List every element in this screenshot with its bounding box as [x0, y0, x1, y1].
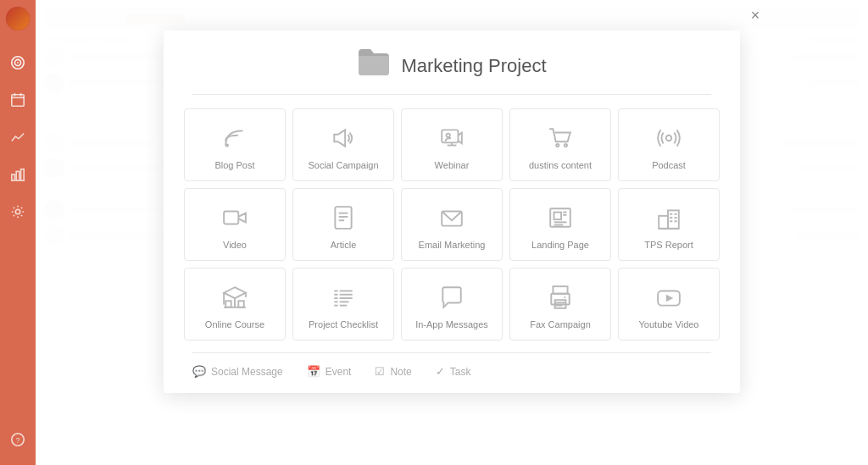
settings-icon[interactable] [6, 200, 30, 224]
svg-rect-34 [668, 210, 679, 228]
grid-item-podcast[interactable]: Podcast [618, 108, 720, 181]
grid-item-webinar[interactable]: Webinar [401, 108, 503, 181]
checklist-icon [328, 282, 359, 313]
modal-header: Marketing Project [164, 30, 740, 94]
grid-item-social-campaign[interactable]: Social Campaign [292, 108, 394, 181]
svg-marker-66 [666, 295, 674, 302]
grid-item-video[interactable]: Video [184, 188, 286, 261]
email-icon [437, 202, 467, 233]
svg-rect-22 [335, 207, 351, 229]
social-campaign-label: Social Campaign [308, 160, 378, 170]
landing-page-label: Landing Page [531, 240, 589, 250]
help-icon[interactable]: ? [6, 428, 30, 451]
grid-item-tps-report[interactable]: TPS Report [618, 188, 720, 261]
svg-rect-9 [21, 169, 25, 181]
project-checklist-label: Project Checklist [309, 319, 378, 329]
blog-post-label: Blog Post [214, 160, 254, 170]
check-icon: ✓ [436, 365, 445, 378]
grid-item-online-course[interactable]: Online Course [184, 268, 286, 340]
document-icon [328, 202, 359, 233]
svg-rect-28 [554, 213, 562, 220]
svg-marker-42 [224, 287, 246, 298]
analytics-icon[interactable] [6, 125, 30, 149]
newspaper-icon [545, 202, 576, 233]
institution-icon [220, 282, 250, 313]
svg-point-19 [565, 144, 567, 147]
grid-item-project-checklist[interactable]: Project Checklist [292, 268, 394, 340]
svg-point-64 [564, 296, 565, 298]
article-label: Article [331, 240, 357, 250]
calendar-icon[interactable] [6, 88, 30, 112]
main-content: × Marketing Project [36, 0, 868, 465]
grid-item-email-marketing[interactable]: Email Marketing [401, 188, 503, 261]
svg-point-17 [447, 134, 450, 137]
event-icon: 📅 [307, 365, 320, 378]
podcast-label: Podcast [652, 160, 686, 170]
fax-campaign-label: Fax Campaign [530, 319, 591, 329]
webinar-label: Webinar [435, 160, 470, 170]
chat-icon [437, 282, 467, 313]
svg-rect-47 [238, 301, 243, 307]
chart-icon[interactable] [6, 163, 30, 186]
grid-item-dustins-content[interactable]: dustins content [509, 108, 611, 181]
tab-note[interactable]: ☑ Note [375, 363, 411, 379]
modal-divider [192, 94, 711, 95]
grid-item-landing-page[interactable]: Landing Page [509, 188, 611, 261]
svg-rect-21 [224, 212, 238, 224]
svg-rect-59 [553, 286, 567, 294]
online-course-label: Online Course [205, 319, 264, 329]
megaphone-icon [328, 123, 359, 153]
svg-point-20 [666, 136, 671, 141]
close-button[interactable]: × [743, 3, 767, 27]
youtube-icon [654, 282, 684, 313]
cart-icon [545, 123, 576, 153]
grid-item-article[interactable]: Article [292, 188, 394, 261]
svg-rect-3 [12, 95, 24, 107]
svg-rect-33 [659, 216, 668, 229]
printer-icon [545, 282, 576, 313]
svg-point-13 [225, 143, 229, 147]
event-tab-label: Event [326, 366, 352, 378]
email-marketing-label: Email Marketing [419, 240, 486, 250]
in-app-messages-label: In-App Messages [415, 319, 488, 329]
svg-rect-46 [225, 301, 231, 307]
chat-bubble-icon: 💬 [192, 365, 206, 378]
svg-text:?: ? [15, 436, 19, 445]
video-icon [220, 202, 250, 233]
broadcast-icon [654, 123, 684, 153]
svg-point-18 [556, 144, 559, 147]
content-type-grid: Blog Post Social Campaign [164, 108, 740, 340]
svg-rect-7 [12, 174, 15, 180]
dustins-content-label: dustins content [529, 160, 592, 170]
note-tab-label: Note [390, 366, 411, 378]
building-icon [654, 202, 684, 233]
tps-report-label: TPS Report [644, 240, 693, 250]
tab-social-message[interactable]: 💬 Social Message [192, 363, 283, 379]
sidebar: ? [0, 0, 36, 465]
create-content-modal: × Marketing Project [164, 30, 740, 393]
rss-icon [220, 123, 250, 153]
modal-backdrop: × Marketing Project [36, 0, 868, 465]
note-icon: ☑ [375, 365, 385, 378]
tab-event[interactable]: 📅 Event [307, 363, 352, 379]
video-chat-icon [437, 123, 467, 153]
social-message-tab-label: Social Message [211, 366, 283, 378]
tab-task[interactable]: ✓ Task [436, 363, 471, 379]
task-tab-label: Task [450, 366, 471, 378]
grid-item-youtube-video[interactable]: Youtube Video [618, 268, 720, 340]
svg-point-2 [17, 62, 19, 64]
grid-item-fax-campaign[interactable]: Fax Campaign [509, 268, 611, 340]
modal-title: Marketing Project [401, 55, 546, 77]
quick-create-tabs: 💬 Social Message 📅 Event ☑ Note ✓ Task [192, 352, 711, 379]
svg-rect-8 [16, 171, 19, 180]
youtube-video-label: Youtube Video [639, 319, 699, 329]
video-label: Video [223, 240, 247, 250]
user-avatar[interactable] [6, 7, 30, 30]
target-icon[interactable] [6, 51, 30, 75]
folder-icon [357, 47, 391, 84]
grid-item-in-app-messages[interactable]: In-App Messages [401, 268, 503, 340]
svg-point-10 [15, 209, 19, 213]
grid-item-blog-post[interactable]: Blog Post [184, 108, 286, 181]
